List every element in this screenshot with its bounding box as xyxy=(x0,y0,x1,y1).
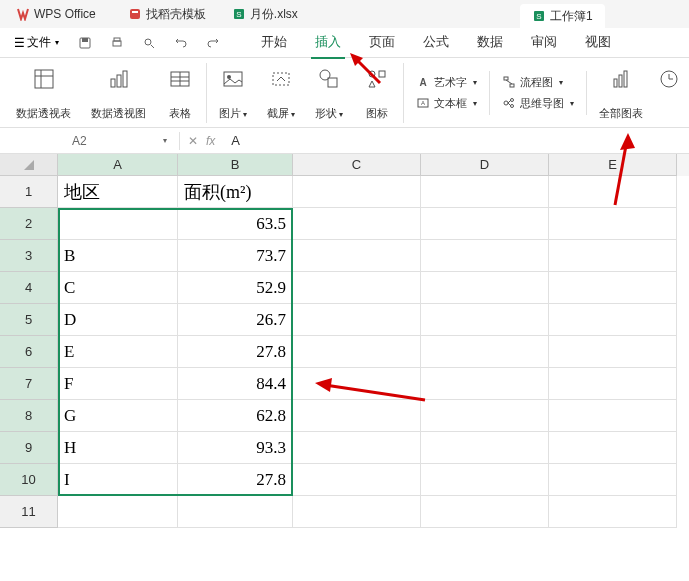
cell[interactable] xyxy=(293,208,421,240)
cell[interactable]: G xyxy=(58,400,178,432)
cell[interactable] xyxy=(293,464,421,496)
ribbon-table[interactable]: 表格 xyxy=(158,63,207,123)
formula-input[interactable]: A xyxy=(223,133,689,148)
column-header-c[interactable]: C xyxy=(293,154,421,176)
column-header-b[interactable]: B xyxy=(178,154,293,176)
ribbon-screenshot[interactable]: 截屏▾ xyxy=(259,63,303,123)
cell[interactable] xyxy=(293,240,421,272)
redo-icon[interactable] xyxy=(201,31,225,55)
cell[interactable] xyxy=(549,496,677,528)
cell[interactable] xyxy=(549,240,677,272)
cell[interactable] xyxy=(549,368,677,400)
cell[interactable] xyxy=(549,176,677,208)
cell[interactable] xyxy=(549,272,677,304)
cell[interactable]: 27.8 xyxy=(178,336,293,368)
save-icon[interactable] xyxy=(73,31,97,55)
ribbon-more-charts[interactable] xyxy=(655,63,689,123)
cell[interactable]: E xyxy=(58,336,178,368)
cell[interactable]: B xyxy=(58,240,178,272)
cell[interactable] xyxy=(421,464,549,496)
cell-reference-box[interactable]: A2 ▾ xyxy=(60,132,180,150)
cell[interactable]: 63.5 xyxy=(178,208,293,240)
menu-tab-view[interactable]: 视图 xyxy=(581,27,615,59)
ribbon-wordart[interactable]: A 艺术字 ▾ xyxy=(412,73,481,92)
cancel-icon[interactable]: ✕ xyxy=(188,134,198,148)
cell[interactable] xyxy=(421,432,549,464)
ribbon-picture[interactable]: 图片▾ xyxy=(211,63,255,123)
cell[interactable]: 93.3 xyxy=(178,432,293,464)
row-header[interactable]: 8 xyxy=(0,400,58,432)
ribbon-icon[interactable]: 图标 xyxy=(355,63,404,123)
cell[interactable] xyxy=(549,432,677,464)
cell[interactable]: 84.4 xyxy=(178,368,293,400)
row-header[interactable]: 7 xyxy=(0,368,58,400)
ribbon-flowchart[interactable]: 流程图 ▾ xyxy=(498,73,578,92)
cell[interactable] xyxy=(293,304,421,336)
cell[interactable] xyxy=(293,336,421,368)
cells-area[interactable]: 地区 面积(m²) A63.5 B73.7 C52.9 D26.7 E27.8 … xyxy=(58,176,677,528)
cell[interactable]: I xyxy=(58,464,178,496)
doc-tab-month[interactable]: S 月份.xlsx xyxy=(220,2,310,26)
undo-icon[interactable] xyxy=(169,31,193,55)
cell[interactable] xyxy=(549,400,677,432)
cell[interactable]: C xyxy=(58,272,178,304)
cell[interactable]: H xyxy=(58,432,178,464)
cell[interactable] xyxy=(421,336,549,368)
menu-tab-data[interactable]: 数据 xyxy=(473,27,507,59)
cell[interactable] xyxy=(421,400,549,432)
fx-icon[interactable]: fx xyxy=(206,134,215,148)
cell[interactable]: 面积(m²) xyxy=(178,176,293,208)
print-icon[interactable] xyxy=(105,31,129,55)
row-header[interactable]: 4 xyxy=(0,272,58,304)
column-header-d[interactable]: D xyxy=(421,154,549,176)
cell[interactable]: A xyxy=(58,208,178,240)
cell[interactable] xyxy=(58,496,178,528)
ribbon-all-charts[interactable]: 全部图表 xyxy=(591,63,651,123)
cell[interactable] xyxy=(293,368,421,400)
cell[interactable] xyxy=(421,496,549,528)
cell[interactable] xyxy=(178,496,293,528)
ribbon-mindmap[interactable]: 思维导图 ▾ xyxy=(498,94,578,113)
ribbon-pivot-chart[interactable]: 数据透视图 xyxy=(83,63,154,123)
row-header[interactable]: 5 xyxy=(0,304,58,336)
column-header-e[interactable]: E xyxy=(549,154,677,176)
ribbon-pivot-table[interactable]: 数据透视表 xyxy=(8,63,79,123)
cell[interactable] xyxy=(549,304,677,336)
cell[interactable] xyxy=(549,464,677,496)
cell[interactable]: F xyxy=(58,368,178,400)
cell[interactable] xyxy=(549,208,677,240)
cell[interactable] xyxy=(421,208,549,240)
ribbon-shape[interactable]: 形状▾ xyxy=(307,63,351,123)
cell[interactable]: D xyxy=(58,304,178,336)
column-header-a[interactable]: A xyxy=(58,154,178,176)
cell[interactable]: 27.8 xyxy=(178,464,293,496)
cell[interactable] xyxy=(421,304,549,336)
menu-tab-review[interactable]: 审阅 xyxy=(527,27,561,59)
cell[interactable] xyxy=(421,176,549,208)
row-header[interactable]: 11 xyxy=(0,496,58,528)
cell[interactable]: 地区 xyxy=(58,176,178,208)
row-header[interactable]: 9 xyxy=(0,432,58,464)
preview-icon[interactable] xyxy=(137,31,161,55)
row-header[interactable]: 6 xyxy=(0,336,58,368)
cell[interactable]: 52.9 xyxy=(178,272,293,304)
cell[interactable] xyxy=(421,272,549,304)
cell[interactable] xyxy=(293,496,421,528)
row-header[interactable]: 2 xyxy=(0,208,58,240)
cell[interactable] xyxy=(293,432,421,464)
cell[interactable] xyxy=(421,368,549,400)
menu-tab-formula[interactable]: 公式 xyxy=(419,27,453,59)
select-all-corner[interactable] xyxy=(0,154,58,176)
doc-tab-workbook[interactable]: S 工作簿1 xyxy=(520,4,605,28)
ribbon-textbox[interactable]: A 文本框 ▾ xyxy=(412,94,481,113)
row-header[interactable]: 10 xyxy=(0,464,58,496)
cell[interactable]: 73.7 xyxy=(178,240,293,272)
cell[interactable] xyxy=(293,272,421,304)
menu-tab-insert[interactable]: 插入 xyxy=(311,27,345,59)
cell[interactable] xyxy=(421,240,549,272)
row-header[interactable]: 3 xyxy=(0,240,58,272)
cell[interactable] xyxy=(293,176,421,208)
cell[interactable]: 26.7 xyxy=(178,304,293,336)
menu-tab-page[interactable]: 页面 xyxy=(365,27,399,59)
row-header[interactable]: 1 xyxy=(0,176,58,208)
